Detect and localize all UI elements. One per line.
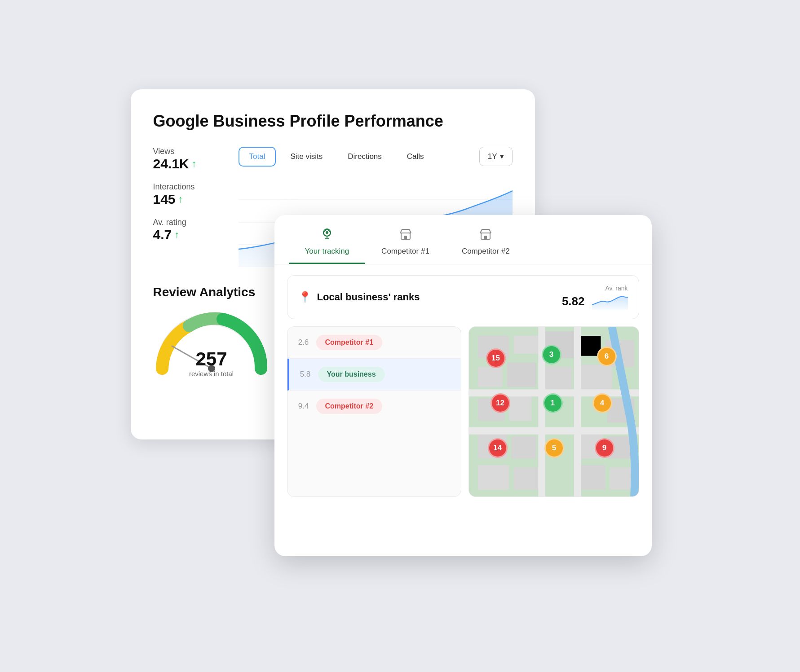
home-icon — [321, 228, 333, 243]
interactions-label: Interactions — [153, 182, 221, 192]
stats-column: Views 24.1K ↑ Interactions 145 ↑ Av. rat… — [153, 147, 221, 242]
comp2-rank: 5.8 — [298, 370, 313, 379]
store1-icon — [399, 228, 412, 243]
map-circle-6: 6 — [597, 347, 617, 366]
svg-rect-8 — [404, 236, 407, 239]
svg-point-6 — [326, 231, 328, 234]
svg-rect-30 — [477, 465, 509, 490]
tracking-tab-row: Your tracking Competitor #1 — [274, 215, 652, 264]
gauge-text: 257 reviews in total — [189, 348, 234, 378]
rating-up-icon: ↑ — [174, 229, 179, 241]
tab-your-tracking[interactable]: Your tracking — [289, 228, 366, 264]
svg-rect-24 — [509, 396, 531, 421]
ranks-card: 📍 Local business' ranks Av. rank 5.82 — [287, 275, 639, 319]
map-circle-9: 9 — [595, 438, 614, 458]
map-circle-15: 15 — [486, 348, 506, 368]
map-circle-12: 12 — [491, 393, 510, 413]
competitors-list: 2.6 Competitor #1 5.8 Your business 9.4 … — [287, 326, 461, 497]
tracking-content: 📍 Local business' ranks Av. rank 5.82 — [274, 264, 652, 508]
map-circle-3: 3 — [542, 345, 561, 365]
perf-tab-row: Total Site visits Directions Calls 1Y ▾ — [239, 147, 513, 167]
tab-site-visits[interactable]: Site visits — [279, 147, 333, 167]
views-value: 24.1K ↑ — [153, 156, 221, 171]
map-circle-14: 14 — [488, 438, 508, 458]
comp1-name: Competitor #1 — [316, 335, 383, 350]
views-label: Views — [153, 147, 221, 156]
map-area: 15 3 6 12 1 4 14 5 9 — [469, 326, 639, 497]
svg-rect-11 — [484, 236, 487, 239]
comp3-name: Competitor #2 — [316, 399, 383, 414]
tab-directions[interactable]: Directions — [337, 147, 393, 167]
ranks-right: Av. rank 5.82 — [562, 285, 628, 310]
map-circle-4: 4 — [592, 393, 612, 413]
svg-rect-22 — [580, 365, 612, 391]
svg-rect-31 — [513, 467, 540, 490]
map-circle-1: 1 — [543, 393, 563, 413]
svg-rect-27 — [511, 436, 536, 458]
rating-value: 4.7 ↑ — [153, 227, 221, 242]
svg-rect-18 — [507, 362, 536, 387]
map-inner: 15 3 6 12 1 4 14 5 9 — [469, 327, 639, 496]
period-selector[interactable]: 1Y ▾ — [479, 147, 513, 166]
rating-label: Av. rating — [153, 218, 221, 227]
gauge-container: 257 reviews in total — [153, 310, 270, 382]
views-stat: Views 24.1K ↑ — [153, 147, 221, 171]
svg-rect-33 — [610, 467, 634, 490]
svg-rect-37 — [469, 427, 639, 434]
map-circle-5: 5 — [544, 438, 564, 458]
svg-rect-32 — [580, 465, 605, 490]
tab-competitor2-label: Competitor #2 — [462, 247, 510, 256]
interactions-stat: Interactions 145 ↑ — [153, 182, 221, 207]
review-sub: reviews in total — [189, 370, 234, 378]
performance-title: Google Business Profile Performance — [153, 112, 513, 131]
competitor-row-1: 2.6 Competitor #1 — [287, 327, 461, 359]
tab-competitor2[interactable]: Competitor #2 — [446, 228, 526, 264]
av-rank-value: 5.82 — [562, 294, 585, 308]
views-up-icon: ↑ — [192, 158, 197, 170]
ranks-title: Local business' ranks — [317, 291, 420, 303]
tab-your-tracking-label: Your tracking — [305, 247, 349, 256]
competitor-row-3: 9.4 Competitor #2 — [287, 391, 461, 422]
competitor-row-2: 5.8 Your business — [287, 359, 461, 391]
tab-calls[interactable]: Calls — [396, 147, 435, 167]
interactions-value: 145 ↑ — [153, 192, 221, 207]
svg-rect-15 — [513, 335, 540, 353]
chevron-down-icon: ▾ — [500, 152, 504, 161]
svg-rect-35 — [574, 327, 581, 496]
pin-icon: 📍 — [298, 291, 312, 303]
tab-total[interactable]: Total — [239, 147, 276, 167]
interactions-up-icon: ↑ — [178, 193, 183, 205]
ranks-left: 📍 Local business' ranks — [298, 291, 420, 303]
bottom-section: 2.6 Competitor #1 5.8 Your business 9.4 … — [287, 326, 639, 497]
review-count: 257 — [189, 348, 234, 370]
mini-chart-svg — [592, 294, 628, 310]
tracking-card: Your tracking Competitor #1 — [274, 215, 652, 556]
store2-icon — [479, 228, 492, 243]
comp3-rank: 9.4 — [296, 402, 311, 411]
rating-stat: Av. rating 4.7 ↑ — [153, 218, 221, 242]
comp1-rank: 2.6 — [296, 338, 311, 347]
tab-competitor1-label: Competitor #1 — [381, 247, 429, 256]
av-rank-label: Av. rank — [605, 285, 628, 292]
svg-rect-17 — [477, 367, 502, 387]
comp2-name: Your business — [318, 367, 385, 382]
tab-competitor1[interactable]: Competitor #1 — [365, 228, 446, 264]
